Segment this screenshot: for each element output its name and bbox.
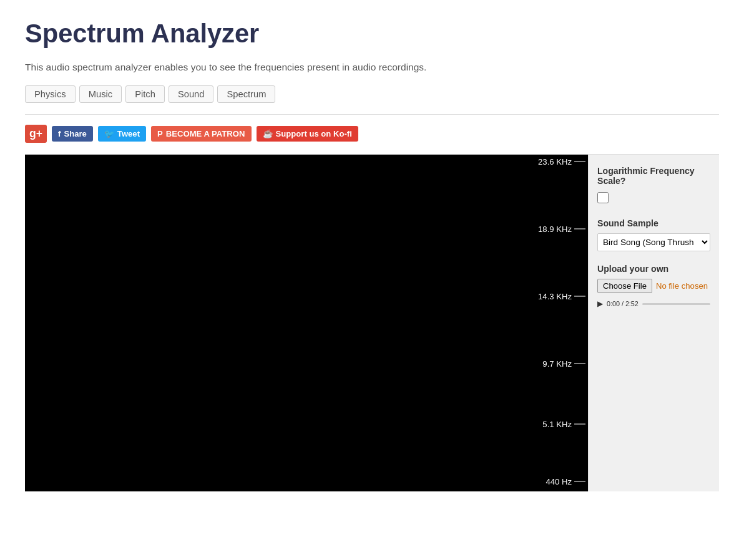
patreon-icon: P (157, 129, 163, 138)
tag-physics[interactable]: Physics (25, 85, 76, 103)
play-button[interactable]: ▶ (597, 299, 603, 308)
facebook-share-button[interactable]: f Share (52, 126, 93, 142)
log-scale-label: Logarithmic Frequency Scale? (597, 166, 710, 186)
freq-label-5k: 5.1 KHz (542, 420, 585, 429)
sound-sample-label: Sound Sample (597, 218, 710, 228)
upload-label: Upload your own (597, 264, 710, 274)
freq-label-9k: 9.7 KHz (542, 359, 585, 369)
freq-label-440: 440 Hz (546, 477, 585, 486)
file-input-row: Choose File No file chosen (597, 279, 710, 293)
log-scale-section: Logarithmic Frequency Scale? (597, 166, 710, 206)
sound-sample-select[interactable]: Bird Song (Song Thrush Piano Violin Flut… (597, 233, 710, 251)
log-scale-checkbox[interactable] (597, 192, 609, 203)
upload-section: Upload your own Choose File No file chos… (597, 264, 710, 308)
freq-label-18k: 18.9 KHz (538, 224, 585, 234)
tags-container: Physics Music Pitch Sound Spectrum (25, 85, 719, 103)
social-bar: g+ f Share 🐦 Tweet P BECOME A PATRON ☕ S… (25, 125, 719, 143)
patreon-button[interactable]: P BECOME A PATRON (151, 126, 251, 142)
tag-sound[interactable]: Sound (169, 85, 214, 103)
no-file-text: No file chosen (656, 281, 708, 291)
google-icon: g+ (29, 127, 42, 140)
tag-music[interactable]: Music (79, 85, 122, 103)
patreon-label: BECOME A PATRON (166, 129, 245, 138)
facebook-label: Share (64, 129, 86, 138)
facebook-icon: f (58, 129, 61, 138)
kofi-icon: ☕ (263, 129, 273, 138)
audio-time: 0:00 / 2:52 (607, 300, 639, 307)
page-title: Spectrum Analyzer (25, 19, 719, 49)
choose-file-button[interactable]: Choose File (597, 279, 652, 293)
freq-labels: 23.6 KHz 18.9 KHz 14.3 KHz 9.7 KHz 5.1 K… (25, 155, 588, 491)
page-description: This audio spectrum analyzer enables you… (25, 60, 719, 74)
twitter-tweet-button[interactable]: 🐦 Tweet (98, 126, 146, 142)
kofi-label: Support us on Ko-fi (276, 129, 352, 138)
main-area: 23.6 KHz 18.9 KHz 14.3 KHz 9.7 KHz 5.1 K… (25, 154, 719, 491)
audio-player: ▶ 0:00 / 2:52 (597, 299, 710, 308)
audio-progress-bar[interactable] (642, 303, 710, 305)
sound-sample-section: Sound Sample Bird Song (Song Thrush Pian… (597, 218, 710, 251)
freq-label-23k: 23.6 KHz (538, 157, 585, 167)
twitter-icon: 🐦 (104, 129, 114, 138)
google-plus-button[interactable]: g+ (25, 125, 47, 143)
freq-label-14k: 14.3 KHz (538, 292, 585, 301)
tag-pitch[interactable]: Pitch (125, 85, 165, 103)
tag-spectrum[interactable]: Spectrum (217, 85, 275, 103)
divider-1 (25, 114, 719, 115)
kofi-button[interactable]: ☕ Support us on Ko-fi (257, 126, 358, 142)
spectrum-canvas: 23.6 KHz 18.9 KHz 14.3 KHz 9.7 KHz 5.1 K… (25, 155, 588, 491)
sidebar: Logarithmic Frequency Scale? Sound Sampl… (588, 155, 719, 491)
twitter-label: Tweet (117, 129, 140, 138)
